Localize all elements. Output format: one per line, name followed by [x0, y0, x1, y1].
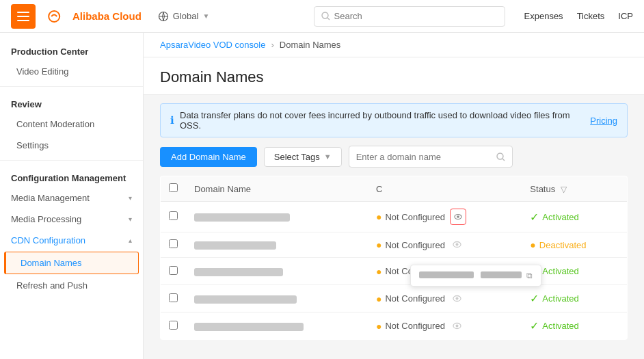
nav-links: Expenses Tickets ICP — [524, 11, 633, 21]
svg-point-2 — [322, 12, 328, 18]
warning-dot-icon: ● — [376, 211, 381, 222]
search-box — [314, 6, 505, 27]
table-row: ● Not Configured ✓Activated — [161, 258, 628, 285]
select-tags-label: Select Tags — [274, 152, 320, 162]
row-checkbox-cell — [161, 285, 187, 313]
table-row: ● Not Configured ✓Activated — [161, 313, 628, 340]
eye-icon[interactable] — [453, 239, 461, 250]
svg-point-9 — [455, 243, 458, 246]
row-checkbox[interactable] — [169, 211, 178, 220]
warning-dot-icon: ● — [376, 293, 381, 304]
eye-button[interactable] — [450, 209, 466, 225]
search-icon — [321, 12, 330, 21]
checkmark-icon: ✓ — [530, 319, 539, 332]
top-nav: Alibaba Cloud Global ▼ Expenses Tickets … — [0, 0, 644, 33]
table-row: ● Not Configured ✓Activated — [161, 285, 628, 313]
filter-icon[interactable]: ▽ — [561, 185, 567, 194]
main-content: ApsaraVideo VOD console › Domain Names D… — [144, 33, 644, 359]
row-checkbox[interactable] — [169, 266, 178, 275]
pricing-link[interactable]: Pricing — [590, 116, 617, 126]
status-badge: ✓Activated — [530, 319, 619, 332]
sidebar-item-label: Video Editing — [16, 66, 68, 77]
config-status-text: Not Configured — [385, 240, 444, 250]
svg-point-13 — [455, 297, 458, 300]
tooltip-popup: ⧉ — [410, 265, 541, 287]
warning-dot-icon: ● — [376, 239, 381, 250]
domain-names-table-wrapper: Domain Name C Status ▽ ● Not Configured … — [144, 176, 644, 340]
chevron-down-icon: ▾ — [129, 194, 132, 202]
expenses-link[interactable]: Expenses — [524, 11, 563, 21]
blurred-domain — [194, 268, 283, 276]
tooltip-copy-icon[interactable]: ⧉ — [526, 271, 533, 280]
domain-name-cell — [186, 313, 368, 340]
sidebar-item-cdn-configuration[interactable]: CDN Configuration ▴ — [0, 230, 143, 251]
status-label: Activated — [542, 293, 578, 304]
add-domain-name-button[interactable]: Add Domain Name — [160, 147, 257, 167]
eye-icon[interactable] — [453, 293, 461, 304]
region-selector[interactable]: Global ▼ — [158, 11, 209, 22]
sidebar-item-domain-names[interactable]: Domain Names — [4, 252, 139, 274]
config-status-text: Not Configured — [385, 321, 444, 331]
status-cell: ✓Activated — [522, 202, 627, 232]
row-checkbox-cell — [161, 232, 187, 258]
tooltip-text-1 — [419, 271, 474, 278]
alert-text: Data transfer plans do not cover fees in… — [180, 110, 582, 131]
sidebar-item-refresh-push[interactable]: Refresh and Push — [0, 275, 143, 296]
hamburger-button[interactable] — [11, 4, 36, 29]
config-status-cell: ● Not Configured — [368, 285, 522, 313]
page-header: Domain Names — [144, 57, 644, 94]
row-checkbox[interactable] — [169, 321, 178, 330]
row-checkbox[interactable] — [169, 239, 178, 248]
select-tags-button[interactable]: Select Tags ▼ — [264, 147, 342, 167]
icp-link[interactable]: ICP — [618, 11, 633, 21]
checkmark-icon: ✓ — [530, 211, 539, 224]
chevron-down-icon: ▾ — [129, 215, 132, 223]
breadcrumb-separator: › — [271, 40, 273, 50]
row-checkbox-cell — [161, 313, 187, 340]
row-checkbox[interactable] — [169, 293, 178, 302]
sidebar-item-media-processing[interactable]: Media Processing ▾ — [0, 209, 143, 230]
svg-point-4 — [497, 153, 503, 159]
region-chevron-icon: ▼ — [202, 12, 209, 20]
sidebar-item-settings[interactable]: Settings — [0, 135, 143, 156]
page-header-area: ApsaraVideo VOD console › Domain Names D… — [144, 33, 644, 95]
domain-name-cell — [186, 285, 368, 313]
table-col-domain-name: Domain Name — [186, 176, 368, 202]
info-icon: ℹ — [170, 114, 174, 127]
status-badge: ✓Activated — [530, 265, 619, 278]
eye-icon[interactable] — [453, 321, 461, 332]
blurred-domain — [194, 323, 304, 331]
sidebar-item-media-management[interactable]: Media Management ▾ — [0, 187, 143, 209]
sidebar-item-content-moderation[interactable]: Content Moderation — [0, 114, 143, 135]
region-label: Global — [173, 11, 199, 21]
logo-text: Alibaba Cloud — [72, 10, 142, 22]
sidebar-item-label: Media Management — [11, 193, 90, 203]
eye-icon — [454, 213, 462, 220]
status-badge: ●Deactivated — [530, 239, 619, 250]
layout: Production Center Video Editing Review C… — [0, 33, 644, 359]
row-checkbox-cell — [161, 258, 187, 285]
domain-search-input[interactable] — [356, 152, 492, 162]
svg-line-3 — [327, 18, 330, 20]
toolbar: Add Domain Name Select Tags ▼ — [144, 146, 644, 176]
sidebar-item-label: Domain Names — [21, 258, 82, 268]
status-label: Deactivated — [539, 240, 587, 250]
logo: Alibaba Cloud — [46, 8, 142, 25]
breadcrumb: ApsaraVideo VOD console › Domain Names — [144, 33, 644, 57]
svg-point-15 — [455, 324, 458, 327]
tooltip-text-2 — [481, 271, 522, 278]
blurred-domain — [194, 295, 297, 304]
select-all-checkbox[interactable] — [169, 183, 178, 192]
breadcrumb-parent[interactable]: ApsaraVideo VOD console — [160, 40, 265, 50]
sidebar-section-review: Review — [0, 91, 143, 114]
config-status-text: Not Configured — [385, 212, 444, 222]
page-title: Domain Names — [160, 68, 628, 86]
tickets-link[interactable]: Tickets — [577, 11, 605, 21]
sidebar-item-label: CDN Configuration — [11, 235, 85, 245]
breadcrumb-current: Domain Names — [280, 40, 341, 50]
blurred-domain — [194, 213, 290, 222]
search-icon[interactable] — [496, 152, 505, 161]
search-input[interactable] — [334, 11, 498, 21]
sidebar-item-video-editing[interactable]: Video Editing — [0, 61, 143, 82]
config-status-cell: ● Not Configured — [368, 202, 522, 232]
